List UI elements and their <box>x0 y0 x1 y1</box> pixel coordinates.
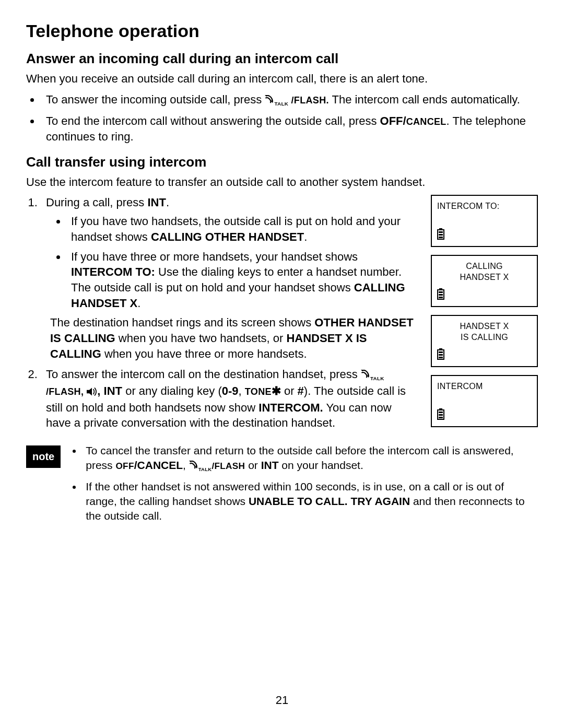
key-off: OFF <box>115 461 134 471</box>
key-hash: # <box>298 384 304 397</box>
key-flash: /FLASH. <box>291 95 329 105</box>
text: . <box>137 297 140 310</box>
talk-label: TALK <box>198 466 212 472</box>
text: or <box>281 384 298 397</box>
section1-intro: When you receive an outside call during … <box>26 71 538 87</box>
speaker-icon <box>87 384 97 400</box>
text: To end the intercom call without answeri… <box>46 114 380 127</box>
screen-text: HANDSET X <box>437 321 532 332</box>
battery-icon <box>437 408 444 422</box>
text: , <box>239 384 245 397</box>
text: when you have three or more handsets. <box>101 347 307 360</box>
sub-bullet: If you have two handsets, the outside ca… <box>67 214 415 244</box>
text: . <box>304 230 307 243</box>
note-badge: note <box>26 445 61 468</box>
section-heading-answer: Answer an incoming call during an interc… <box>26 51 538 67</box>
talk-icon <box>361 368 370 383</box>
screen-text: CALLING <box>437 261 532 272</box>
text: The destination handset rings and its sc… <box>50 316 314 329</box>
key-tone: TONE <box>245 386 272 397</box>
page-title: Telephone operation <box>26 21 538 41</box>
section2-intro: Use the intercom feature to transfer an … <box>26 174 538 190</box>
note-item: To cancel the transfer and return to the… <box>83 443 538 474</box>
text: . <box>166 196 169 209</box>
text: , <box>97 384 103 397</box>
talk-icon <box>265 93 274 109</box>
handset-screen-intercom-to: INTERCOM TO: <box>431 195 538 247</box>
key-int: INT <box>261 459 279 471</box>
section-heading-transfer: Call transfer using intercom <box>26 154 538 170</box>
battery-icon <box>437 288 444 302</box>
display-text: INTERCOM. <box>258 401 323 414</box>
page-number: 21 <box>0 694 564 707</box>
key-off: OFF/ <box>380 114 406 127</box>
battery-icon <box>437 348 444 362</box>
key-digits: 0-9 <box>222 384 239 397</box>
screen-text: INTERCOM TO: <box>437 201 532 212</box>
note-item: If the other handset is not answered wit… <box>83 479 538 524</box>
text: If you have three or more handsets, your… <box>71 250 358 263</box>
bullet-item: To end the intercom call without answeri… <box>41 113 538 144</box>
text: , <box>183 459 189 471</box>
step-2: To answer the intercom call on the desti… <box>41 367 415 431</box>
handset-screen-calling-handset: CALLING HANDSET X <box>431 255 538 307</box>
screen-text: IS CALLING <box>437 332 532 343</box>
step1-paragraph: The destination handset rings and its sc… <box>50 315 415 361</box>
sub-bullet: If you have three or more handsets, your… <box>67 249 415 311</box>
key-flash: /FLASH <box>212 461 245 471</box>
key-cancel: CANCEL <box>406 116 446 127</box>
display-text: INTERCOM TO: <box>71 265 155 278</box>
text: or <box>245 459 261 471</box>
bullet-item: To answer the incoming outside call, pre… <box>41 92 538 109</box>
tone-star-icon: ✱ <box>272 384 281 397</box>
display-text: CALLING OTHER HANDSET <box>151 230 304 243</box>
text: or any dialing key ( <box>122 384 222 397</box>
text: on your handset. <box>279 459 363 471</box>
key-int: INT <box>104 384 122 397</box>
screen-text: INTERCOM <box>437 381 532 392</box>
handset-screen-intercom: INTERCOM <box>431 375 538 427</box>
key-cancel: /CANCEL <box>134 459 183 471</box>
text: During a call, press <box>46 196 147 209</box>
text: To answer the incoming outside call, pre… <box>46 93 265 106</box>
handset-screen-handset-calling: HANDSET X IS CALLING <box>431 315 538 367</box>
talk-icon <box>189 459 198 474</box>
key-int: INT <box>147 196 166 209</box>
text: To answer the intercom call on the desti… <box>46 368 361 381</box>
battery-icon <box>437 228 444 242</box>
text: The intercom call ends automatically. <box>329 93 520 106</box>
talk-label: TALK <box>274 101 288 107</box>
text: when you have two handsets, or <box>115 332 287 345</box>
screen-text: HANDSET X <box>437 272 532 283</box>
key-flash: /FLASH, <box>46 386 84 397</box>
display-text: UNABLE TO CALL. TRY AGAIN <box>249 495 410 507</box>
talk-label: TALK <box>370 375 384 381</box>
step-1: During a call, press INT. If you have tw… <box>41 195 415 361</box>
